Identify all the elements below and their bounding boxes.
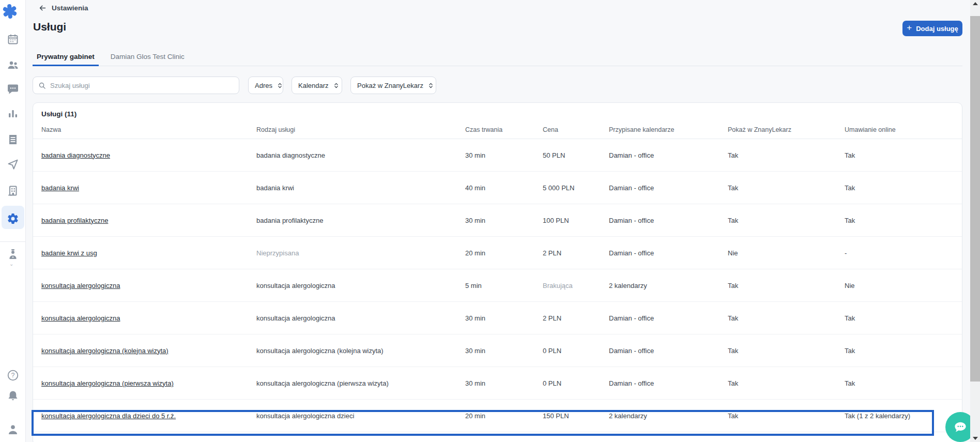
- service-name-link[interactable]: konsultacja alergologiczna dla dzieci do…: [41, 412, 256, 420]
- table-row[interactable]: konsultacja alergologiczna (pierwsza wiz…: [33, 367, 962, 400]
- filter-dropdowns: AdresKalendarzPokaż w ZnanyLekarz: [248, 77, 445, 94]
- price-cell: 0 PLN: [543, 347, 609, 355]
- service-type-cell: konsultacja alergologiczna (kolejna wizy…: [256, 347, 465, 355]
- settings-icon[interactable]: [6, 211, 20, 226]
- duration-cell: 20 min: [465, 412, 543, 420]
- table-row[interactable]: badania profilaktycznebadania profilakty…: [33, 204, 962, 237]
- calendars-cell: 2 kalendarzy: [609, 282, 728, 289]
- table-row[interactable]: badania krwibadania krwi40 min5 000 PLND…: [33, 172, 962, 204]
- billing-icon[interactable]: [6, 132, 20, 147]
- show-in-znanylekarz-cell: Tak: [728, 347, 845, 355]
- scrollbar-thumb[interactable]: [970, 16, 980, 382]
- duration-cell: 30 min: [465, 217, 543, 224]
- calendars-cell: Damian - office: [609, 314, 728, 322]
- price-cell: 100 PLN: [543, 217, 609, 224]
- statistics-icon[interactable]: [6, 106, 20, 120]
- vertical-scrollbar[interactable]: [970, 0, 980, 442]
- online-booking-cell: -: [845, 249, 954, 257]
- show-in-znanylekarz-cell: Tak: [728, 379, 845, 387]
- calendar-icon[interactable]: [6, 32, 20, 47]
- show-in-znanylekarz-cell: Tak: [728, 184, 845, 192]
- chevron-up-down-icon: [427, 82, 434, 89]
- show-in-znanylekarz-cell: Tak: [728, 282, 845, 289]
- calendars-cell: Damian - office: [609, 151, 728, 159]
- service-type-cell: badania diagnostyczne: [256, 151, 465, 159]
- profile-icon[interactable]: [6, 422, 20, 437]
- column-header: Cena: [543, 126, 609, 133]
- duration-cell: 40 min: [465, 184, 543, 192]
- svg-text:?: ?: [11, 372, 15, 379]
- docplanner-logo-icon[interactable]: [2, 3, 18, 20]
- service-name-link[interactable]: badania diagnostyczne: [41, 151, 256, 159]
- table-row[interactable]: konsultacja alergologicznakonsultacja al…: [33, 302, 962, 334]
- plus-icon: +: [907, 23, 912, 33]
- campaigns-icon[interactable]: [6, 157, 20, 172]
- table-row-highlighted[interactable]: konsultacja alergologiczna dla dzieci do…: [33, 400, 962, 432]
- column-header: Rodzaj usługi: [256, 126, 465, 133]
- duration-cell: 5 min: [465, 282, 543, 289]
- clinic-tabs: Prywatny gabinetDamian Glos Test Clinic: [33, 49, 962, 66]
- chevron-down-icon: ⌄: [9, 261, 13, 267]
- search-box[interactable]: [33, 77, 239, 94]
- price-cell: 0 PLN: [543, 379, 609, 387]
- filter-dropdown-kalendarz[interactable]: Kalendarz: [292, 77, 342, 94]
- column-header: Czas trwania: [465, 126, 543, 133]
- back-navigation[interactable]: Ustawienia: [38, 4, 88, 12]
- doctor-switcher-icon[interactable]: [6, 247, 20, 262]
- show-in-znanylekarz-cell: Tak: [728, 217, 845, 224]
- patients-icon[interactable]: [6, 58, 20, 72]
- chat-bubble-icon: [953, 419, 968, 435]
- service-type-cell: badania profilaktyczne: [256, 217, 465, 224]
- clinic-icon[interactable]: [6, 184, 20, 198]
- duration-cell: 20 min: [465, 249, 543, 257]
- service-name-link[interactable]: konsultacja alergologiczna (pierwsza wiz…: [41, 379, 256, 387]
- add-service-label: Dodaj usługę: [916, 25, 958, 33]
- add-service-button[interactable]: + Dodaj usługę: [902, 21, 962, 36]
- service-name-link[interactable]: badania profilaktyczne: [41, 217, 256, 224]
- table-row[interactable]: badania diagnostycznebadania diagnostycz…: [33, 139, 962, 172]
- column-header: Przypisane kalendarze: [609, 126, 728, 133]
- table-row[interactable]: badanie krwi z usgNieprzypisana20 min2 P…: [33, 237, 962, 269]
- dropdown-label: Adres: [255, 82, 272, 89]
- back-arrow-icon: [38, 4, 47, 12]
- online-booking-cell: Tak: [845, 151, 954, 159]
- tab-clinic[interactable]: Damian Glos Test Clinic: [106, 49, 189, 66]
- calendars-cell: Damian - office: [609, 249, 728, 257]
- filter-dropdown-poka-w-znanylekarz[interactable]: Pokaż w ZnanyLekarz: [350, 77, 436, 94]
- sidebar: ⌄ ? 7: [0, 0, 26, 442]
- service-type-cell: konsultacja alergologiczna: [256, 314, 465, 322]
- search-input[interactable]: [50, 82, 234, 89]
- service-name-link[interactable]: konsultacja alergologiczna: [41, 314, 256, 322]
- chevron-up-down-icon: [333, 82, 340, 89]
- online-booking-cell: Tak: [845, 314, 954, 322]
- online-booking-cell: Tak: [845, 217, 954, 224]
- online-booking-cell: Tak: [845, 347, 954, 355]
- scrollbar-down-arrow[interactable]: [973, 437, 978, 440]
- service-type-cell: konsultacja alergologiczna: [256, 282, 465, 289]
- table-row[interactable]: konsultacja alergologicznakonsultacja al…: [33, 269, 962, 302]
- chevron-up-down-icon: [277, 82, 283, 89]
- calendars-cell: Damian - office: [609, 184, 728, 192]
- service-name-link[interactable]: konsultacja alergologiczna (kolejna wizy…: [41, 347, 256, 355]
- search-icon: [38, 82, 46, 89]
- online-booking-cell: Tak (1 z 2 kalendarzy): [845, 412, 954, 420]
- page-title: Usługi: [33, 21, 66, 33]
- scrollbar-up-arrow[interactable]: [973, 2, 978, 5]
- sidebar-divider: [0, 241, 25, 242]
- table-body: badania diagnostycznebadania diagnostycz…: [33, 139, 962, 432]
- notification-badge: 7: [9, 379, 18, 388]
- service-name-link[interactable]: badania krwi: [41, 184, 256, 192]
- duration-cell: 30 min: [465, 347, 543, 355]
- messages-icon[interactable]: [6, 82, 20, 96]
- duration-cell: 30 min: [465, 379, 543, 387]
- show-in-znanylekarz-cell: Tak: [728, 314, 845, 322]
- online-booking-cell: Tak: [845, 184, 954, 192]
- filter-dropdown-adres[interactable]: Adres: [248, 77, 283, 94]
- dropdown-label: Pokaż w ZnanyLekarz: [357, 82, 423, 89]
- service-name-link[interactable]: badanie krwi z usg: [41, 249, 256, 257]
- table-row[interactable]: konsultacja alergologiczna (kolejna wizy…: [33, 334, 962, 367]
- service-type-cell: konsultacja alergologiczna dzieci: [256, 412, 465, 420]
- notifications-bell-icon[interactable]: [6, 388, 20, 402]
- service-name-link[interactable]: konsultacja alergologiczna: [41, 282, 256, 289]
- tab-private-practice[interactable]: Prywatny gabinet: [33, 49, 99, 66]
